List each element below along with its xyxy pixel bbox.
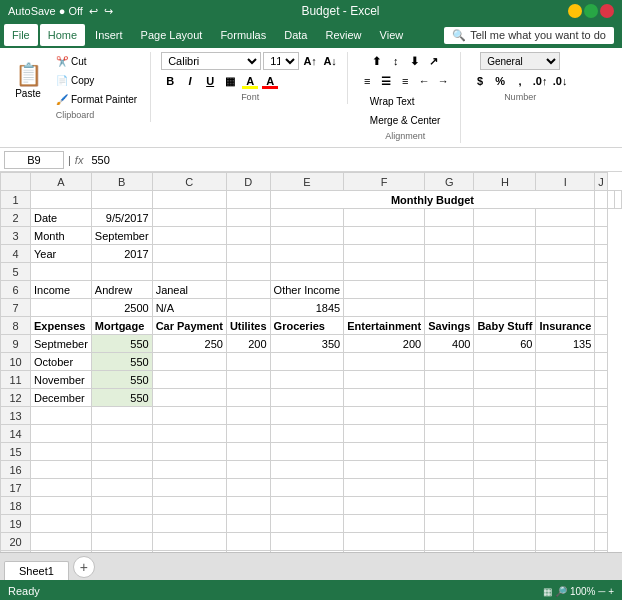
cell-11-2[interactable]: 550 bbox=[91, 371, 152, 389]
cell-15-8[interactable] bbox=[474, 443, 536, 461]
cell-17-9[interactable] bbox=[536, 479, 595, 497]
cell-20-4[interactable] bbox=[226, 533, 270, 551]
cell-1-2[interactable] bbox=[91, 191, 152, 209]
cell-3-7[interactable] bbox=[425, 227, 474, 245]
cell-10-7[interactable] bbox=[425, 353, 474, 371]
cell-15-3[interactable] bbox=[152, 443, 226, 461]
menu-insert[interactable]: Insert bbox=[87, 24, 131, 46]
cell-5-7[interactable] bbox=[425, 263, 474, 281]
cell-16-4[interactable] bbox=[226, 461, 270, 479]
cell-8-5[interactable]: Groceries bbox=[270, 317, 344, 335]
cell-1-7[interactable] bbox=[607, 191, 614, 209]
cell-16-5[interactable] bbox=[270, 461, 344, 479]
cell-19-3[interactable] bbox=[152, 515, 226, 533]
cell-18-4[interactable] bbox=[226, 497, 270, 515]
cell-12-5[interactable] bbox=[270, 389, 344, 407]
row-header-1[interactable]: 1 bbox=[1, 191, 31, 209]
font-color-button[interactable]: A bbox=[261, 72, 279, 90]
cell-15-6[interactable] bbox=[344, 443, 425, 461]
cell-18-9[interactable] bbox=[536, 497, 595, 515]
cell-17-3[interactable] bbox=[152, 479, 226, 497]
cut-button[interactable]: ✂️ Cut bbox=[51, 52, 142, 70]
cell-8-10[interactable] bbox=[595, 317, 608, 335]
cell-1-5[interactable]: Monthly Budget bbox=[270, 191, 595, 209]
cell-20-9[interactable] bbox=[536, 533, 595, 551]
cell-16-7[interactable] bbox=[425, 461, 474, 479]
format-painter-button[interactable]: 🖌️ Format Painter bbox=[51, 90, 142, 108]
cell-18-2[interactable] bbox=[91, 497, 152, 515]
window-controls[interactable] bbox=[568, 4, 614, 18]
copy-button[interactable]: 📄 Copy bbox=[51, 71, 142, 89]
cell-7-4[interactable] bbox=[226, 299, 270, 317]
row-header-17[interactable]: 17 bbox=[1, 479, 31, 497]
cell-11-3[interactable] bbox=[152, 371, 226, 389]
cell-3-5[interactable] bbox=[270, 227, 344, 245]
cell-13-1[interactable] bbox=[31, 407, 92, 425]
cell-19-8[interactable] bbox=[474, 515, 536, 533]
col-header-d[interactable]: D bbox=[226, 173, 270, 191]
cell-9-8[interactable]: 60 bbox=[474, 335, 536, 353]
cell-17-10[interactable] bbox=[595, 479, 608, 497]
cell-20-6[interactable] bbox=[344, 533, 425, 551]
menu-page-layout[interactable]: Page Layout bbox=[133, 24, 211, 46]
cell-3-10[interactable] bbox=[595, 227, 608, 245]
cell-9-1[interactable]: Septmeber bbox=[31, 335, 92, 353]
cell-1-6[interactable] bbox=[595, 191, 608, 209]
border-button[interactable]: ▦ bbox=[221, 72, 239, 90]
cell-6-3[interactable]: Janeal bbox=[152, 281, 226, 299]
cell-14-8[interactable] bbox=[474, 425, 536, 443]
row-header-3[interactable]: 3 bbox=[1, 227, 31, 245]
cell-15-1[interactable] bbox=[31, 443, 92, 461]
cell-10-10[interactable] bbox=[595, 353, 608, 371]
cell-5-5[interactable] bbox=[270, 263, 344, 281]
cell-9-6[interactable]: 200 bbox=[344, 335, 425, 353]
cell-14-1[interactable] bbox=[31, 425, 92, 443]
col-header-f[interactable]: F bbox=[344, 173, 425, 191]
cell-10-9[interactable] bbox=[536, 353, 595, 371]
cell-10-1[interactable]: October bbox=[31, 353, 92, 371]
cell-5-8[interactable] bbox=[474, 263, 536, 281]
row-header-5[interactable]: 5 bbox=[1, 263, 31, 281]
cell-1-1[interactable] bbox=[31, 191, 92, 209]
cell-11-1[interactable]: November bbox=[31, 371, 92, 389]
align-middle-button[interactable]: ↕ bbox=[387, 52, 405, 70]
cell-14-9[interactable] bbox=[536, 425, 595, 443]
cell-2-2[interactable]: 9/5/2017 bbox=[91, 209, 152, 227]
cell-7-5[interactable]: 1845 bbox=[270, 299, 344, 317]
cell-16-8[interactable] bbox=[474, 461, 536, 479]
cell-7-2[interactable]: 2500 bbox=[91, 299, 152, 317]
cell-4-7[interactable] bbox=[425, 245, 474, 263]
cell-9-7[interactable]: 400 bbox=[425, 335, 474, 353]
cell-19-9[interactable] bbox=[536, 515, 595, 533]
row-header-2[interactable]: 2 bbox=[1, 209, 31, 227]
cell-7-10[interactable] bbox=[595, 299, 608, 317]
cell-20-5[interactable] bbox=[270, 533, 344, 551]
col-header-a[interactable]: A bbox=[31, 173, 92, 191]
cell-16-9[interactable] bbox=[536, 461, 595, 479]
cell-20-8[interactable] bbox=[474, 533, 536, 551]
cell-10-5[interactable] bbox=[270, 353, 344, 371]
cell-18-10[interactable] bbox=[595, 497, 608, 515]
cell-12-9[interactable] bbox=[536, 389, 595, 407]
cell-18-6[interactable] bbox=[344, 497, 425, 515]
menu-formulas[interactable]: Formulas bbox=[212, 24, 274, 46]
cell-18-1[interactable] bbox=[31, 497, 92, 515]
row-header-14[interactable]: 14 bbox=[1, 425, 31, 443]
menu-home[interactable]: Home bbox=[40, 24, 85, 46]
cell-13-6[interactable] bbox=[344, 407, 425, 425]
align-bottom-button[interactable]: ⬇ bbox=[406, 52, 424, 70]
cell-19-5[interactable] bbox=[270, 515, 344, 533]
cell-12-6[interactable] bbox=[344, 389, 425, 407]
align-left-button[interactable]: ≡ bbox=[358, 72, 376, 90]
cell-8-6[interactable]: Entertainment bbox=[344, 317, 425, 335]
decimal-inc-button[interactable]: .0↑ bbox=[531, 72, 549, 90]
cell-8-1[interactable]: Expenses bbox=[31, 317, 92, 335]
sheet1-tab[interactable]: Sheet1 bbox=[4, 561, 69, 580]
cell-15-4[interactable] bbox=[226, 443, 270, 461]
cell-7-7[interactable] bbox=[425, 299, 474, 317]
cell-14-5[interactable] bbox=[270, 425, 344, 443]
row-header-20[interactable]: 20 bbox=[1, 533, 31, 551]
cell-4-1[interactable]: Year bbox=[31, 245, 92, 263]
cell-6-8[interactable] bbox=[474, 281, 536, 299]
row-header-16[interactable]: 16 bbox=[1, 461, 31, 479]
